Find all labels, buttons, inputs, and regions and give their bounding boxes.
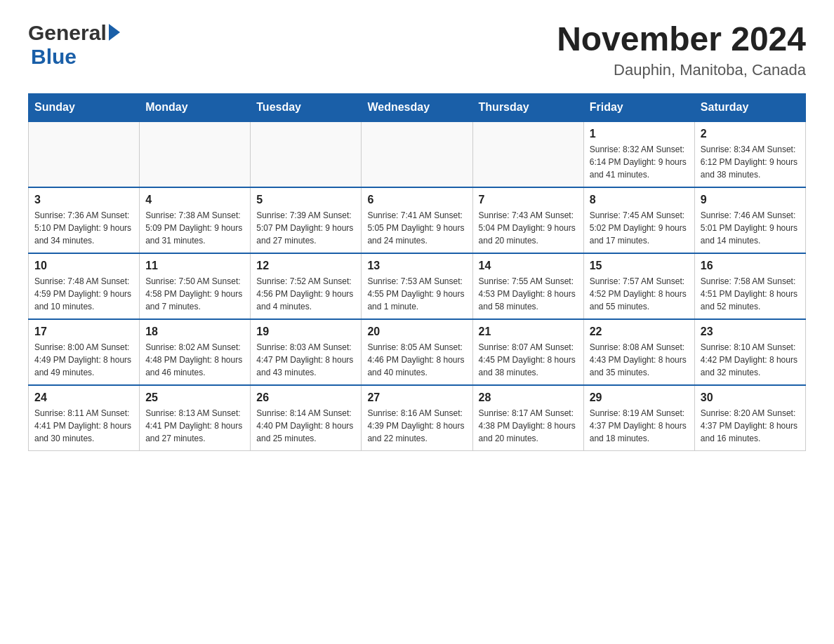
day-number: 14 [479, 260, 578, 272]
day-cell [472, 121, 583, 187]
day-cell: 23Sunrise: 8:10 AM Sunset: 4:42 PM Dayli… [694, 319, 805, 385]
day-info: Sunrise: 8:16 AM Sunset: 4:39 PM Dayligh… [367, 407, 466, 445]
day-info: Sunrise: 8:00 AM Sunset: 4:49 PM Dayligh… [34, 341, 133, 379]
day-cell: 13Sunrise: 7:53 AM Sunset: 4:55 PM Dayli… [362, 253, 472, 319]
day-info: Sunrise: 8:05 AM Sunset: 4:46 PM Dayligh… [367, 341, 466, 379]
day-number: 24 [34, 391, 133, 404]
day-info: Sunrise: 7:57 AM Sunset: 4:52 PM Dayligh… [590, 275, 689, 313]
day-number: 30 [701, 391, 800, 404]
week-row-5: 24Sunrise: 8:11 AM Sunset: 4:41 PM Dayli… [29, 385, 806, 451]
day-number: 27 [367, 391, 466, 404]
day-cell [362, 121, 472, 187]
calendar-table: Sunday Monday Tuesday Wednesday Thursday… [28, 93, 806, 451]
week-row-3: 10Sunrise: 7:48 AM Sunset: 4:59 PM Dayli… [29, 253, 806, 319]
logo-general-text: General [28, 21, 107, 45]
day-number: 13 [367, 260, 466, 272]
day-info: Sunrise: 7:39 AM Sunset: 5:07 PM Dayligh… [256, 209, 355, 247]
logo-blue-text: Blue [31, 45, 77, 69]
day-info: Sunrise: 7:58 AM Sunset: 4:51 PM Dayligh… [701, 275, 800, 313]
day-number: 29 [590, 391, 689, 404]
day-number: 26 [256, 391, 355, 404]
day-info: Sunrise: 8:19 AM Sunset: 4:37 PM Dayligh… [590, 407, 689, 445]
day-cell: 5Sunrise: 7:39 AM Sunset: 5:07 PM Daylig… [251, 187, 362, 253]
day-number: 3 [34, 194, 133, 206]
day-number: 17 [34, 326, 133, 338]
calendar-header: Sunday Monday Tuesday Wednesday Thursday… [29, 93, 806, 121]
header-friday: Friday [583, 93, 694, 121]
day-cell: 8Sunrise: 7:45 AM Sunset: 5:02 PM Daylig… [583, 187, 694, 253]
day-info: Sunrise: 7:52 AM Sunset: 4:56 PM Dayligh… [256, 275, 355, 313]
day-number: 6 [367, 194, 466, 206]
day-number: 19 [256, 326, 355, 338]
logo: General Blue [28, 21, 120, 69]
header-thursday: Thursday [472, 93, 583, 121]
day-cell: 30Sunrise: 8:20 AM Sunset: 4:37 PM Dayli… [694, 385, 805, 451]
day-number: 20 [367, 326, 466, 338]
day-number: 28 [479, 391, 578, 404]
day-cell [140, 121, 251, 187]
header-tuesday: Tuesday [251, 93, 362, 121]
day-info: Sunrise: 7:55 AM Sunset: 4:53 PM Dayligh… [479, 275, 578, 313]
day-number: 2 [701, 128, 800, 140]
day-cell: 17Sunrise: 8:00 AM Sunset: 4:49 PM Dayli… [29, 319, 140, 385]
day-info: Sunrise: 8:20 AM Sunset: 4:37 PM Dayligh… [701, 407, 800, 445]
day-info: Sunrise: 7:50 AM Sunset: 4:58 PM Dayligh… [145, 275, 244, 313]
day-info: Sunrise: 8:14 AM Sunset: 4:40 PM Dayligh… [256, 407, 355, 445]
day-cell: 21Sunrise: 8:07 AM Sunset: 4:45 PM Dayli… [472, 319, 583, 385]
day-info: Sunrise: 8:13 AM Sunset: 4:41 PM Dayligh… [145, 407, 244, 445]
day-info: Sunrise: 7:53 AM Sunset: 4:55 PM Dayligh… [367, 275, 466, 313]
day-number: 5 [256, 194, 355, 206]
day-info: Sunrise: 8:07 AM Sunset: 4:45 PM Dayligh… [479, 341, 578, 379]
day-info: Sunrise: 8:34 AM Sunset: 6:12 PM Dayligh… [701, 143, 800, 181]
calendar-body: 1Sunrise: 8:32 AM Sunset: 6:14 PM Daylig… [29, 121, 806, 451]
header-monday: Monday [140, 93, 251, 121]
header-sunday: Sunday [29, 93, 140, 121]
day-info: Sunrise: 7:41 AM Sunset: 5:05 PM Dayligh… [367, 209, 466, 247]
day-number: 18 [145, 326, 244, 338]
day-cell: 11Sunrise: 7:50 AM Sunset: 4:58 PM Dayli… [140, 253, 251, 319]
day-cell: 10Sunrise: 7:48 AM Sunset: 4:59 PM Dayli… [29, 253, 140, 319]
day-info: Sunrise: 8:03 AM Sunset: 4:47 PM Dayligh… [256, 341, 355, 379]
day-number: 10 [34, 260, 133, 272]
day-info: Sunrise: 7:45 AM Sunset: 5:02 PM Dayligh… [590, 209, 689, 247]
day-cell [251, 121, 362, 187]
day-number: 7 [479, 194, 578, 206]
week-row-2: 3Sunrise: 7:36 AM Sunset: 5:10 PM Daylig… [29, 187, 806, 253]
week-row-1: 1Sunrise: 8:32 AM Sunset: 6:14 PM Daylig… [29, 121, 806, 187]
day-cell: 7Sunrise: 7:43 AM Sunset: 5:04 PM Daylig… [472, 187, 583, 253]
day-info: Sunrise: 7:48 AM Sunset: 4:59 PM Dayligh… [34, 275, 133, 313]
title-block: November 2024 Dauphin, Manitoba, Canada [557, 21, 806, 79]
day-number: 21 [479, 326, 578, 338]
day-cell: 25Sunrise: 8:13 AM Sunset: 4:41 PM Dayli… [140, 385, 251, 451]
header-row: Sunday Monday Tuesday Wednesday Thursday… [29, 93, 806, 121]
location-text: Dauphin, Manitoba, Canada [557, 61, 806, 79]
day-number: 4 [145, 194, 244, 206]
day-cell: 14Sunrise: 7:55 AM Sunset: 4:53 PM Dayli… [472, 253, 583, 319]
day-cell: 18Sunrise: 8:02 AM Sunset: 4:48 PM Dayli… [140, 319, 251, 385]
day-cell: 6Sunrise: 7:41 AM Sunset: 5:05 PM Daylig… [362, 187, 472, 253]
day-number: 15 [590, 260, 689, 272]
day-number: 25 [145, 391, 244, 404]
day-info: Sunrise: 8:10 AM Sunset: 4:42 PM Dayligh… [701, 341, 800, 379]
month-title: November 2024 [557, 21, 806, 58]
day-cell [29, 121, 140, 187]
day-cell: 9Sunrise: 7:46 AM Sunset: 5:01 PM Daylig… [694, 187, 805, 253]
week-row-4: 17Sunrise: 8:00 AM Sunset: 4:49 PM Dayli… [29, 319, 806, 385]
day-number: 11 [145, 260, 244, 272]
day-cell: 12Sunrise: 7:52 AM Sunset: 4:56 PM Dayli… [251, 253, 362, 319]
day-number: 16 [701, 260, 800, 272]
day-cell: 26Sunrise: 8:14 AM Sunset: 4:40 PM Dayli… [251, 385, 362, 451]
day-cell: 2Sunrise: 8:34 AM Sunset: 6:12 PM Daylig… [694, 121, 805, 187]
day-cell: 24Sunrise: 8:11 AM Sunset: 4:41 PM Dayli… [29, 385, 140, 451]
day-number: 23 [701, 326, 800, 338]
day-cell: 27Sunrise: 8:16 AM Sunset: 4:39 PM Dayli… [362, 385, 472, 451]
day-info: Sunrise: 8:32 AM Sunset: 6:14 PM Dayligh… [590, 143, 689, 181]
header-wednesday: Wednesday [362, 93, 472, 121]
day-info: Sunrise: 8:02 AM Sunset: 4:48 PM Dayligh… [145, 341, 244, 379]
day-info: Sunrise: 7:46 AM Sunset: 5:01 PM Dayligh… [701, 209, 800, 247]
day-cell: 1Sunrise: 8:32 AM Sunset: 6:14 PM Daylig… [583, 121, 694, 187]
day-number: 1 [590, 128, 689, 140]
day-cell: 20Sunrise: 8:05 AM Sunset: 4:46 PM Dayli… [362, 319, 472, 385]
day-cell: 22Sunrise: 8:08 AM Sunset: 4:43 PM Dayli… [583, 319, 694, 385]
day-info: Sunrise: 7:43 AM Sunset: 5:04 PM Dayligh… [479, 209, 578, 247]
